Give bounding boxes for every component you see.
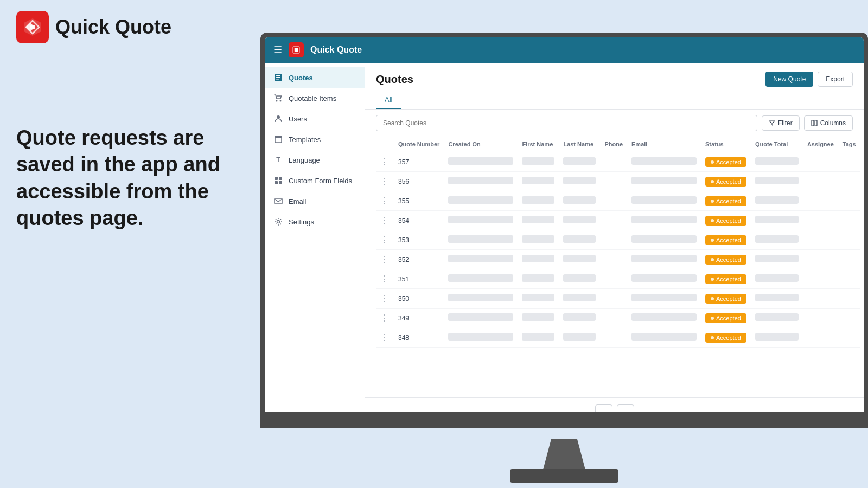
cell-tags — [838, 191, 860, 211]
quotes-table: Quote Number Created On First Name Last … — [376, 137, 860, 348]
cell-quote-number: 354 — [394, 211, 444, 230]
cell-quote-total — [751, 211, 803, 230]
cell-email — [627, 172, 701, 191]
cell-quote-total — [751, 172, 803, 191]
cell-quote-total — [751, 152, 803, 172]
svg-rect-13 — [275, 177, 278, 180]
monitor-base — [510, 469, 618, 483]
brand-icon — [16, 11, 49, 43]
cell-first-name — [518, 269, 559, 289]
sidebar-item-quotes[interactable]: Quotes — [265, 67, 365, 88]
cell-created-on — [444, 289, 518, 309]
skeleton-email — [631, 255, 697, 262]
cell-assignee — [803, 152, 838, 172]
row-menu-dots[interactable]: ⋮ — [380, 216, 390, 225]
cell-last-name — [559, 289, 600, 309]
sidebar-item-templates[interactable]: Templates — [265, 129, 365, 150]
sidebar-item-quotable-items[interactable]: Quotable Items — [265, 88, 365, 108]
row-menu-dots[interactable]: ⋮ — [380, 333, 390, 342]
skeleton-first-name — [522, 313, 554, 321]
skeleton-first-name — [522, 274, 554, 282]
cell-first-name — [518, 250, 559, 269]
row-menu-dots[interactable]: ⋮ — [380, 177, 390, 186]
table-row: ⋮ 356 Accepted — [376, 172, 860, 191]
cell-quote-total — [751, 191, 803, 211]
table-row: ⋮ 352 Accepted — [376, 250, 860, 269]
sidebar-language-label: Language — [289, 156, 320, 164]
monitor-stand — [542, 439, 586, 472]
cell-status: Accepted — [701, 328, 751, 348]
col-last-name: Last Name — [559, 137, 600, 152]
col-phone: Phone — [600, 137, 627, 152]
skeleton-created-on — [448, 177, 513, 184]
new-quote-button[interactable]: New Quote — [765, 72, 813, 87]
skeleton-email — [631, 333, 697, 341]
table-row: ⋮ 355 Accepted — [376, 191, 860, 211]
table-row: ⋮ 353 Accepted — [376, 230, 860, 250]
cell-email — [627, 328, 701, 348]
sidebar-item-email[interactable]: Email — [265, 191, 365, 211]
status-dot — [711, 317, 714, 320]
table-row: ⋮ 357 Accepted — [376, 152, 860, 172]
monitor-wrapper: ☰ Quick Quote — [260, 33, 868, 488]
sidebar-item-settings[interactable]: Settings — [265, 211, 365, 232]
row-menu-dots[interactable]: ⋮ — [380, 274, 390, 284]
custom-form-fields-icon — [273, 176, 283, 185]
app-body: Quotes Quotable Items — [265, 63, 864, 428]
status-dot — [711, 180, 714, 183]
cell-quote-number: 357 — [394, 152, 444, 172]
skeleton-created-on — [448, 313, 513, 321]
skeleton-first-name — [522, 333, 554, 341]
svg-rect-7 — [276, 79, 279, 80]
cell-assignee — [803, 269, 838, 289]
row-menu-dots[interactable]: ⋮ — [380, 235, 390, 245]
quotable-items-icon — [273, 93, 283, 103]
row-menu-dots[interactable]: ⋮ — [380, 294, 390, 303]
cell-created-on — [444, 211, 518, 230]
row-menu-dots[interactable]: ⋮ — [380, 196, 390, 206]
skeleton-quote-total — [755, 235, 799, 243]
cell-email — [627, 152, 701, 172]
sidebar-email-label: Email — [289, 197, 307, 206]
col-quote-number: Quote Number — [394, 137, 444, 152]
cell-phone — [600, 211, 627, 230]
cell-created-on — [444, 191, 518, 211]
cell-tags — [838, 289, 860, 309]
cell-last-name — [559, 152, 600, 172]
skeleton-first-name — [522, 157, 554, 165]
status-badge: Accepted — [705, 255, 746, 265]
skeleton-last-name — [563, 157, 596, 165]
sidebar: Quotes Quotable Items — [265, 63, 365, 428]
search-input[interactable] — [376, 115, 757, 131]
cell-status: Accepted — [701, 289, 751, 309]
status-badge: Accepted — [705, 294, 746, 304]
row-menu-dots[interactable]: ⋮ — [380, 255, 390, 264]
skeleton-first-name — [522, 177, 554, 184]
cell-email — [627, 289, 701, 309]
filter-button[interactable]: Filter — [762, 115, 800, 131]
skeleton-created-on — [448, 196, 513, 204]
cell-quote-number: 355 — [394, 191, 444, 211]
status-dot — [711, 297, 714, 300]
cell-created-on — [444, 250, 518, 269]
cell-email — [627, 230, 701, 250]
skeleton-quote-total — [755, 196, 799, 204]
sidebar-item-custom-form-fields[interactable]: Custom Form Fields — [265, 170, 365, 191]
tab-all[interactable]: All — [376, 91, 401, 109]
hamburger-icon[interactable]: ☰ — [273, 44, 282, 56]
cell-status: Accepted — [701, 230, 751, 250]
columns-button[interactable]: Columns — [804, 115, 853, 131]
sidebar-item-users[interactable]: Users — [265, 108, 365, 129]
status-badge: Accepted — [705, 157, 746, 167]
svg-rect-20 — [815, 120, 817, 126]
cell-assignee — [803, 191, 838, 211]
row-menu-dots[interactable]: ⋮ — [380, 157, 390, 166]
skeleton-last-name — [563, 177, 596, 184]
skeleton-first-name — [522, 235, 554, 243]
status-badge: Accepted — [705, 196, 746, 206]
search-filter-bar: Filter Columns — [365, 110, 864, 137]
row-menu-dots[interactable]: ⋮ — [380, 313, 390, 323]
export-button[interactable]: Export — [818, 72, 853, 87]
cell-email — [627, 211, 701, 230]
sidebar-item-language[interactable]: T Language — [265, 150, 365, 170]
